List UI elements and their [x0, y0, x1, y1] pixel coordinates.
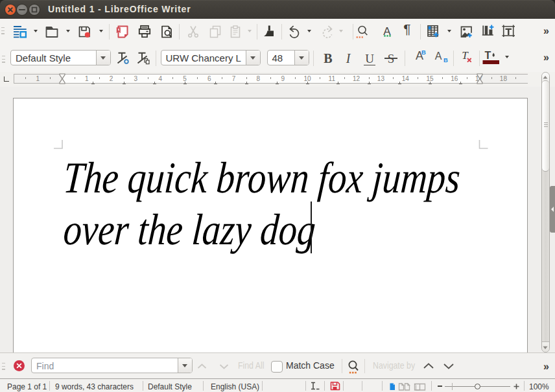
svg-text:T: T — [485, 50, 491, 61]
svg-text:B: B — [421, 49, 426, 56]
svg-text:B: B — [443, 56, 448, 63]
svg-text:T: T — [462, 49, 469, 62]
svg-text:A: A — [435, 51, 442, 62]
